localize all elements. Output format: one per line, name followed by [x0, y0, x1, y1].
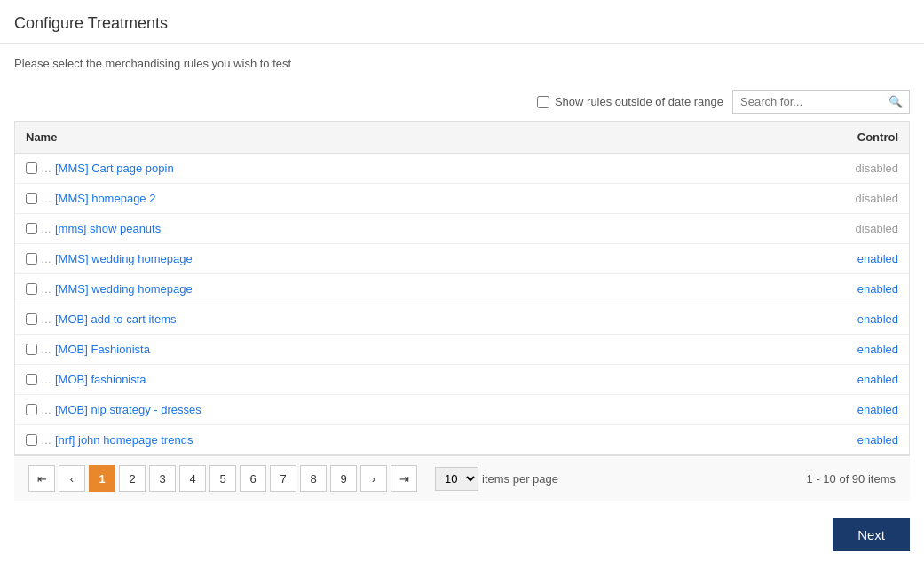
items-per-page: 10 25 50 items per page — [435, 467, 558, 491]
rule-link-8[interactable]: [MOB] nlp strategy - dresses — [55, 403, 201, 416]
row-checkbox-8[interactable] — [26, 404, 37, 415]
table-row: … [MMS] homepage 2 disabled — [15, 184, 909, 214]
table-row: … [MMS] wedding homepage enabled — [15, 274, 909, 304]
first-page-button[interactable]: ⇤ — [28, 465, 55, 492]
page-button-7[interactable]: 7 — [270, 465, 296, 492]
show-rules-checkbox[interactable] — [537, 96, 549, 108]
prev-page-button[interactable]: ‹ — [59, 465, 85, 492]
row-checkbox-3[interactable] — [26, 253, 37, 265]
row-checkbox-5[interactable] — [26, 313, 37, 325]
name-cell: … [MMS] wedding homepage — [15, 244, 802, 274]
subtitle: Please select the merchandising rules yo… — [0, 44, 924, 83]
items-count: 1 - 10 of 90 items — [807, 472, 896, 486]
table-row: … [MOB] add to cart items enabled — [15, 304, 909, 335]
last-page-button[interactable]: ⇥ — [391, 465, 417, 492]
control-column-header: Control — [802, 122, 909, 154]
control-cell-9: enabled — [802, 425, 909, 455]
table-row: … [MOB] nlp strategy - dresses enabled — [15, 395, 909, 425]
show-rules-text: Show rules outside of date range — [555, 95, 723, 108]
search-wrapper: 🔍 — [732, 90, 910, 114]
row-checkbox-0[interactable] — [26, 162, 37, 174]
row-menu-icon-2[interactable]: … — [41, 223, 51, 235]
rule-link-4[interactable]: [MMS] wedding homepage — [55, 282, 193, 296]
name-cell: … [nrf] john homepage trends — [15, 425, 802, 455]
table-row: … [MOB] Fashionista enabled — [15, 335, 909, 365]
row-menu-icon-5[interactable]: … — [41, 313, 51, 326]
row-checkbox-2[interactable] — [26, 223, 37, 234]
rule-link-2[interactable]: [mms] show peanuts — [55, 222, 161, 235]
page-button-5[interactable]: 5 — [209, 465, 236, 492]
rule-link-0[interactable]: [MMS] Cart page popin — [55, 162, 174, 175]
control-cell-7: enabled — [802, 365, 909, 395]
name-cell: … [MOB] nlp strategy - dresses — [15, 395, 802, 425]
row-menu-icon-4[interactable]: … — [41, 283, 51, 296]
rule-link-5[interactable]: [MOB] add to cart items — [55, 312, 177, 326]
row-menu-icon-9[interactable]: … — [41, 434, 51, 447]
row-menu-icon-6[interactable]: … — [41, 344, 51, 356]
table-row: … [MMS] wedding homepage enabled — [15, 244, 909, 274]
name-cell: … [MOB] fashionista — [15, 365, 802, 395]
page-button-2[interactable]: 2 — [119, 465, 146, 492]
name-cell: … [MMS] wedding homepage — [15, 274, 802, 304]
page-button-1[interactable]: 1 — [89, 465, 115, 492]
pagination-bar: ⇤ ‹ 123456789 › ⇥ 10 25 50 items per pag… — [14, 455, 910, 501]
name-cell: … [MMS] homepage 2 — [15, 184, 802, 214]
name-cell: … [mms] show peanuts — [15, 214, 802, 244]
page-button-4[interactable]: 4 — [179, 465, 206, 492]
name-cell: … [MMS] Cart page popin — [15, 154, 802, 184]
rule-link-1[interactable]: [MMS] homepage 2 — [55, 192, 155, 205]
control-cell-5: enabled — [802, 304, 909, 335]
next-button[interactable]: Next — [833, 518, 910, 551]
rule-link-7[interactable]: [MOB] fashionista — [55, 373, 146, 386]
row-menu-icon-1[interactable]: … — [41, 193, 51, 205]
control-cell-1: disabled — [802, 184, 909, 214]
next-page-button[interactable]: › — [360, 465, 387, 492]
control-cell-4: enabled — [802, 274, 909, 304]
name-cell: … [MOB] add to cart items — [15, 304, 802, 335]
items-per-page-select[interactable]: 10 25 50 — [435, 467, 478, 491]
control-cell-0: disabled — [802, 154, 909, 184]
row-checkbox-7[interactable] — [26, 374, 37, 385]
footer-area: Next — [0, 501, 924, 569]
rule-link-3[interactable]: [MMS] wedding homepage — [55, 252, 193, 265]
table-row: … [mms] show peanuts disabled — [15, 214, 909, 244]
table-row: … [nrf] john homepage trends enabled — [15, 425, 909, 455]
control-cell-3: enabled — [802, 244, 909, 274]
rules-table: Name Control … [MMS] Cart page popin dis… — [15, 122, 909, 454]
rule-link-6[interactable]: [MOB] Fashionista — [55, 343, 150, 356]
page-button-9[interactable]: 9 — [330, 465, 357, 492]
row-menu-icon-3[interactable]: … — [41, 253, 51, 265]
rule-link-9[interactable]: [nrf] john homepage trends — [55, 433, 193, 447]
page-button-8[interactable]: 8 — [300, 465, 327, 492]
row-menu-icon-8[interactable]: … — [41, 404, 51, 416]
control-cell-8: enabled — [802, 395, 909, 425]
row-checkbox-4[interactable] — [26, 283, 37, 295]
items-per-page-label: items per page — [482, 472, 558, 486]
page-title: Configure Treatments — [0, 0, 924, 44]
row-menu-icon-0[interactable]: … — [41, 162, 51, 175]
table-row: … [MOB] fashionista enabled — [15, 365, 909, 395]
name-cell: … [MOB] Fashionista — [15, 335, 802, 365]
page-button-3[interactable]: 3 — [149, 465, 176, 492]
table-container: Name Control … [MMS] Cart page popin dis… — [14, 121, 910, 455]
control-cell-6: enabled — [802, 335, 909, 365]
search-input[interactable] — [732, 90, 910, 114]
row-checkbox-1[interactable] — [26, 193, 37, 204]
search-icon: 🔍 — [888, 95, 903, 108]
name-column-header: Name — [15, 122, 802, 154]
table-row: … [MMS] Cart page popin disabled — [15, 154, 909, 184]
control-cell-2: disabled — [802, 214, 909, 244]
row-menu-icon-7[interactable]: … — [41, 374, 51, 386]
show-rules-label[interactable]: Show rules outside of date range — [537, 95, 723, 108]
row-checkbox-9[interactable] — [26, 434, 37, 446]
page-button-6[interactable]: 6 — [240, 465, 266, 492]
row-checkbox-6[interactable] — [26, 344, 37, 355]
